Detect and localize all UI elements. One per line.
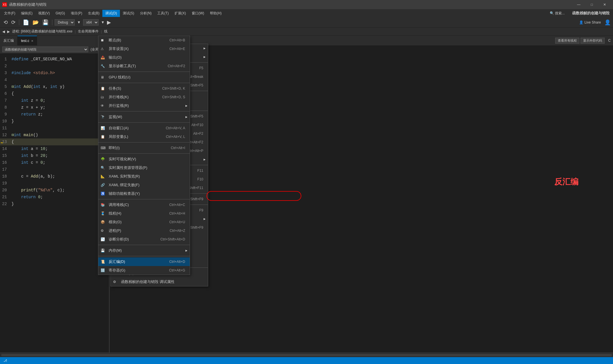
code-line-7: 7 int z = 0;: [0, 97, 109, 104]
app-icon: XS: [2, 2, 7, 7]
menu-edit[interactable]: 编辑(E): [18, 10, 35, 17]
win-registers[interactable]: 🔢 寄存器(G) Ctrl+Alt+G: [98, 266, 190, 275]
win-immediate-shortcut: Ctrl+Alt+I: [171, 146, 185, 150]
win-registers-shortcut: Ctrl+Alt+G: [169, 268, 185, 272]
menu-help[interactable]: 帮助(H): [207, 10, 225, 17]
debug-config-select[interactable]: Debug: [55, 19, 75, 26]
win-live-props[interactable]: 🔍 实时属性资源管理器(P): [98, 163, 190, 172]
view-all-threads-btn[interactable]: 查看所有线程: [555, 38, 579, 44]
menu-git[interactable]: Git(G): [53, 10, 68, 16]
solution-select[interactable]: 函数栈帧的创建与销毁: [2, 47, 88, 52]
win-disassembly-label: 反汇编(D): [109, 259, 125, 264]
undo-btn[interactable]: ⟲: [2, 19, 9, 26]
win-breakpoints-label: 断点(B): [109, 38, 121, 43]
win-parallel-stacks[interactable]: 🗂 并行堆栈(K) Ctrl+Shift+D, S: [98, 93, 190, 101]
code-line-17: 17: [0, 166, 109, 173]
win-processes-shortcut: Ctrl+Alt+Z: [170, 229, 185, 233]
code-line-16: 16 int c = 0;: [0, 159, 109, 166]
run-btn[interactable]: ▶: [107, 19, 111, 26]
platform-select[interactable]: x64: [83, 19, 99, 26]
menu-search[interactable]: 🔍 搜索...: [547, 10, 568, 17]
win-disassembly-shortcut: Ctrl+Alt+D: [169, 260, 185, 264]
disassembly-icon: 📜: [101, 260, 105, 264]
save-btn[interactable]: 💾: [41, 19, 50, 26]
code-line-4: 4: [0, 76, 109, 83]
live-share-button[interactable]: 👤 Live Share: [579, 20, 601, 24]
win-accessibility[interactable]: ♿ 辅助功能检查器(Y): [98, 189, 190, 198]
open-btn[interactable]: 📂: [31, 19, 40, 26]
menu-view[interactable]: 视图(V): [35, 10, 53, 17]
disassembly-annotation: 反汇编: [554, 176, 578, 187]
menu-project[interactable]: 项目(P): [68, 10, 85, 17]
menu-debug[interactable]: 调试(D): [102, 10, 120, 17]
tab-close-btn[interactable]: ✕: [31, 39, 33, 43]
debug-props-label: 函数栈帧的创建与销毁 调试属性: [121, 279, 175, 284]
win-tasks[interactable]: 📋 任务(S) Ctrl+Shift+D, K: [98, 84, 190, 93]
menu-test[interactable]: 测试(S): [120, 10, 137, 17]
win-output[interactable]: 📤 输出(O): [98, 53, 190, 62]
maximize-btn[interactable]: □: [586, 3, 597, 7]
win-exception-label: 异常设置(X): [109, 46, 129, 51]
show-external-code-btn[interactable]: 显示外部代码: [581, 38, 605, 44]
win-memory[interactable]: 💾 内存(M): [98, 246, 190, 255]
code-line-8: 8 z = x + y;: [0, 104, 109, 111]
win-diag-analysis[interactable]: 📉 诊断分析(D) Ctrl+Shift+Alt+D: [98, 235, 190, 244]
win-call-stack[interactable]: 📚 调用堆栈(C) Ctrl+Alt+C: [98, 201, 190, 209]
win-processes[interactable]: ⚙ 进程(P) Ctrl+Alt+Z: [98, 226, 190, 235]
debug-menu-debug-props[interactable]: ⚙ 函数栈帧的创建与销毁 调试属性: [111, 278, 208, 286]
scroll-bar[interactable]: [1, 354, 612, 356]
win-diag-tools[interactable]: 🔧 显示诊断工具(T) Ctrl+Alt+F2: [98, 62, 190, 70]
menu-analyze[interactable]: 分析(N): [137, 10, 155, 17]
minimize-btn[interactable]: —: [572, 3, 585, 7]
back-btn[interactable]: ◀: [2, 30, 5, 34]
app-title: 函数栈帧的创建与销毁: [9, 2, 47, 7]
win-threads[interactable]: 🧵 线程(H) Ctrl+Alt+H: [98, 209, 190, 218]
redo-btn[interactable]: ⟳: [10, 19, 17, 26]
win-diag-tools-shortcut: Ctrl+Alt+F2: [168, 64, 185, 68]
win-live-visual-tree[interactable]: 🌳 实时可视化树(V): [98, 155, 190, 163]
win-modules[interactable]: 📦 模块(O) Ctrl+Alt+U: [98, 218, 190, 226]
forward-btn[interactable]: ▶: [7, 30, 10, 34]
menu-tools[interactable]: 工具(T): [154, 10, 171, 17]
live-share-label: Live Share: [585, 20, 601, 24]
win-immediate[interactable]: ⌨ 即时(I) Ctrl+Alt+I: [98, 144, 190, 152]
win-breakpoints[interactable]: ⏹ 断点(B) Ctrl+Alt+B: [98, 36, 190, 45]
tab-testc[interactable]: test.c ✕: [18, 36, 37, 45]
tab-disassembly[interactable]: 反汇编: [0, 36, 18, 45]
line-num-9: 9: [0, 111, 12, 118]
title-bar-left: XS 函数栈帧的创建与销毁: [2, 2, 47, 7]
win-xaml-binding-fail[interactable]: 🔗 XAML 绑定失败(F): [98, 181, 190, 189]
win-watch[interactable]: 🔭 监视(W): [98, 113, 190, 121]
scroll-bar-area: [0, 353, 613, 357]
win-locals[interactable]: 📋 局部变量(L) Ctrl+Alt+V, L: [98, 132, 190, 141]
line-num-3: 3: [0, 70, 12, 76]
win-exception-shortcut: Ctrl+Alt+E: [169, 47, 185, 51]
menu-extensions[interactable]: 扩展(X): [172, 10, 189, 17]
line-num-17: 17: [0, 166, 12, 173]
code-line-21: 21 return 0;: [0, 194, 109, 201]
win-disassembly[interactable]: 📜 反汇编(D) Ctrl+Alt+D: [98, 257, 190, 266]
code-line-22: 22 }: [0, 201, 109, 207]
line-num-6: 6: [0, 90, 12, 97]
win-gpu-threads[interactable]: 🖥 GPU 线程(U): [98, 73, 190, 82]
win-modules-label: 模块(O): [109, 219, 122, 225]
menu-build[interactable]: 生成(B): [85, 10, 102, 17]
win-locals-shortcut: Ctrl+Alt+V, L: [166, 135, 185, 139]
win-autos[interactable]: 📊 自动窗口(A) Ctrl+Alt+V, A: [98, 124, 190, 132]
close-btn[interactable]: ✕: [599, 3, 611, 7]
new-file-btn[interactable]: 📄: [22, 19, 30, 26]
step-over-shortcut: F10: [197, 177, 203, 181]
win-xaml-preview[interactable]: 📐 XAML 实时预览(R): [98, 172, 190, 181]
win-parallel-watch[interactable]: 👁 并行监视(R): [98, 101, 190, 110]
code-line-19: 19: [0, 180, 109, 187]
threads-icon: 🧵: [101, 211, 105, 215]
menu-window[interactable]: 窗口(W): [189, 10, 207, 17]
lifecycle-btn[interactable]: 生命周期事件: [78, 29, 99, 34]
win-exception-settings[interactable]: ⚠ 异常设置(X) Ctrl+Alt+E: [98, 45, 190, 53]
menu-file[interactable]: 文件(F): [1, 10, 18, 17]
win-sep-5: [98, 142, 190, 142]
call-stack-icon: 📚: [101, 203, 105, 207]
code-content: 1 #define _CRT_SECURE_NO_WA 2 3 #include…: [0, 53, 109, 353]
win-threads-label: 线程(H): [109, 211, 121, 216]
profile-icon[interactable]: 👤: [604, 19, 611, 26]
